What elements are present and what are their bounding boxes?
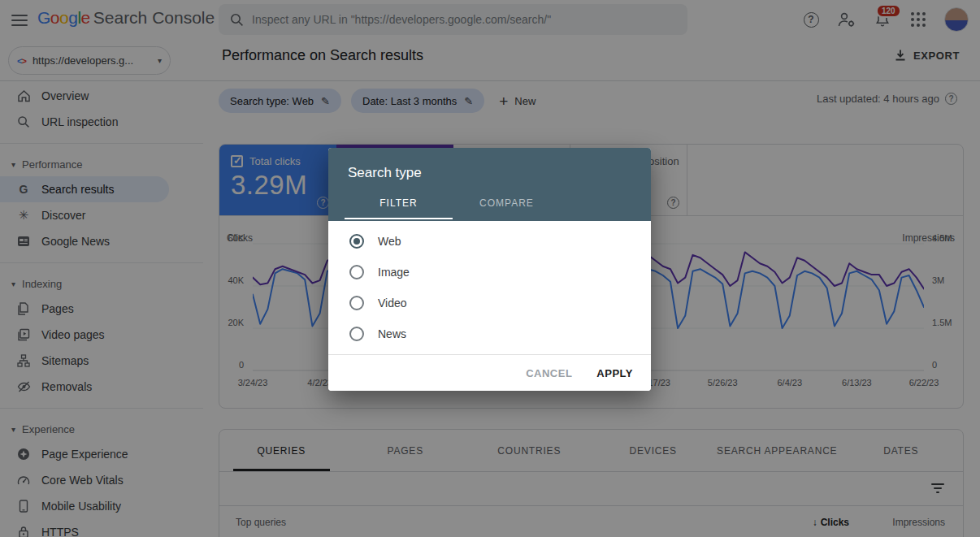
radio-label: Video xyxy=(378,297,407,310)
radio-option-news[interactable]: News xyxy=(328,318,651,349)
radio-label: News xyxy=(378,327,406,340)
dialog-body: Web Image Video News xyxy=(328,221,651,354)
apply-button[interactable]: APPLY xyxy=(596,367,633,379)
dialog-tab-compare[interactable]: COMPARE xyxy=(453,188,561,219)
radio-selected-icon xyxy=(349,234,364,249)
radio-label: Image xyxy=(378,266,410,279)
radio-option-image[interactable]: Image xyxy=(328,257,651,288)
dialog-header: Search type FILTER COMPARE xyxy=(328,148,651,221)
radio-icon xyxy=(349,327,364,341)
dialog-tabs: FILTER COMPARE xyxy=(328,188,651,219)
radio-icon xyxy=(349,265,364,279)
search-type-dialog: Search type FILTER COMPARE Web Image Vid… xyxy=(328,148,651,391)
radio-label: Web xyxy=(378,235,401,248)
dialog-title: Search type xyxy=(328,148,651,181)
dialog-tab-label: COMPARE xyxy=(479,197,534,209)
dialog-footer: CANCEL APPLY xyxy=(328,354,651,391)
radio-icon xyxy=(349,296,364,310)
dialog-tab-filter[interactable]: FILTER xyxy=(345,188,453,219)
radio-option-web[interactable]: Web xyxy=(328,226,651,257)
cancel-button[interactable]: CANCEL xyxy=(526,367,572,379)
radio-option-video[interactable]: Video xyxy=(328,288,651,318)
dialog-tab-label: FILTER xyxy=(379,197,417,209)
